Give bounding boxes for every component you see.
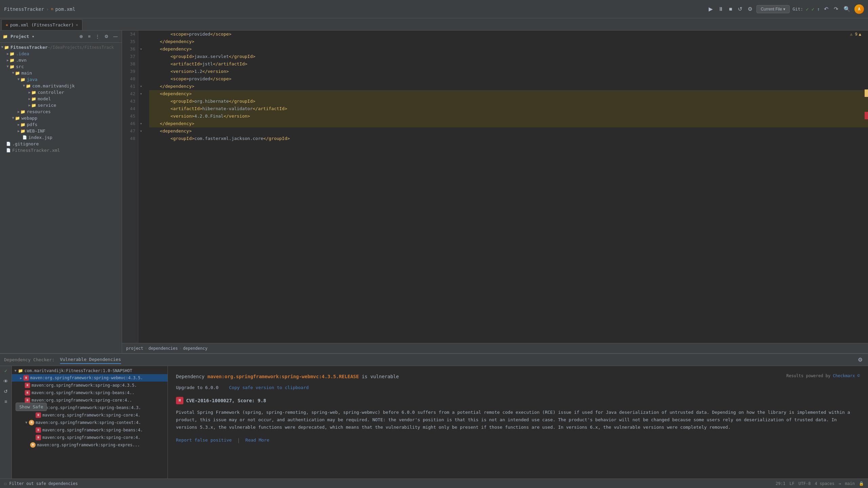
read-more-link[interactable]: Read More [245,437,269,444]
dep-tree-item-5[interactable]: H maven:org.springframework:spring-core:… [12,411,167,419]
line-num-44: 44 [125,105,135,113]
sidebar-scope-icon[interactable]: ⊕ [78,33,84,40]
brand-icon: m [51,7,53,11]
lock-icon: 🔒 [859,481,864,486]
dep-tree-item-8[interactable]: H maven:org.springframework:spring-core:… [12,434,167,441]
tree-item-idea[interactable]: ▶ 📁 .idea [0,50,122,57]
report-false-positive-link[interactable]: Report false positive [176,437,232,444]
reload-icon[interactable]: ↺ [736,4,744,14]
results-link[interactable]: Checkmarx © [833,373,860,378]
tab-close-button[interactable]: ✕ [76,23,78,27]
cve-id: CVE-2016-1000027, Score: 9.8 [186,397,266,404]
tab-xml-icon: ◈ [6,23,8,27]
tree-item-service[interactable]: ▶ 📁 service [0,102,122,108]
avatar[interactable]: A [854,4,864,14]
tree-item-mvn[interactable]: ▶ 📁 .mvn [0,57,122,63]
breadcrumb-dependencies[interactable]: dependencies [149,346,178,351]
tree-item-webapp[interactable]: ▶ 📁 webapp [0,115,122,121]
tree-item-controller[interactable]: ▶ 📁 controller [0,89,122,96]
dep-label-5: maven:org.springframework:spring-core:4. [42,413,140,418]
tab-pom-xml[interactable]: ◈ pom.xml (FitnessTracker) ✕ [1,19,82,30]
stop-icon[interactable]: ■ [728,5,734,14]
code-line-44: <artifactId>hibernate-validator</artifac… [149,105,868,113]
dep-tree-item-2[interactable]: H maven:org.springframework:spring-beans… [12,389,167,396]
git-undo-icon[interactable]: ↶ [823,4,830,14]
dep-tree-item-1[interactable]: H maven:org.springframework:spring-aop:4… [12,382,167,389]
code-line-40: <scope>provided</scope> [149,75,868,83]
dep-tree-root[interactable]: ▶ 📁 com.maritvandijk:FitnessTracker:1.0-… [12,367,167,374]
panel-settings-icon[interactable]: ⚙ [856,355,864,364]
sidebar-collapse-icon[interactable]: ≡ [86,33,92,40]
breadcrumb-project[interactable]: project [126,346,143,351]
model-folder-icon: 📁 [31,97,36,101]
tree-item-resources[interactable]: ▶ 📁 resources [0,108,122,115]
vuln-text-suffix: is vulnerable [362,374,399,379]
breadcrumb-dependency[interactable]: dependency [183,346,208,351]
tree-label-controller: controller [38,90,64,95]
pdfs-folder-icon: 📁 [20,122,25,127]
avatar-initial: A [858,7,860,12]
tree-item-com[interactable]: ▶ 📁 com.maritvandijk [0,83,122,89]
tree-item-root[interactable]: ▶ 📁 FitnessTracker ~/IdeaProjects/Fitnes… [0,44,122,50]
dep-refresh-icon[interactable]: ↺ [1,387,10,396]
vuln-icon-high-3: H [25,398,30,403]
encoding: UTF-8 [798,481,811,486]
sidebar-more-icon[interactable]: ⋮ [94,33,101,40]
show-safe-button[interactable]: 👁 [1,377,10,386]
tree-item-pdfs[interactable]: ▶ 📁 pdfs [0,121,122,128]
tree-arrow-model: ▶ [28,97,31,101]
copy-safe-version-link[interactable]: Copy safe version to clipboard [229,385,309,390]
main-area: 📁 Project ▾ ⊕ ≡ ⋮ ⚙ — ▶ 📁 FitnessTracker… [0,30,868,353]
dep-filter-icon[interactable]: ≡ [1,397,10,406]
tree-item-model[interactable]: ▶ 📁 model [0,96,122,102]
code-lines[interactable]: <scope>provided</scope> </dependency> <d… [144,30,868,343]
tree-label-fitnesstracker-xml: FitnessTracker.xml [12,148,60,153]
tree-arrow-webapp: ▶ [12,117,15,119]
code-line-41: </dependency> [149,83,868,90]
sidebar-settings-icon[interactable]: ⚙ [103,33,110,40]
tab-vulnerable-deps[interactable]: Vulnerable Dependencies [60,355,121,364]
tree-arrow-webinf: ▶ [18,129,20,133]
code-line-46: </dependency> [149,120,868,127]
tree-item-java[interactable]: ▶ 📁 java [0,76,122,83]
dep-label-2: maven:org.springframework:spring-beans:4… [32,390,134,395]
line-num-38: 38 [125,60,135,68]
warning-up-icon[interactable]: ▲ [859,32,861,37]
fitnesstracker-xml-icon: 📄 [6,148,11,152]
bottom-panel-header: Dependency Checker: Vulnerable Dependenc… [0,354,868,366]
sidebar-dropdown[interactable]: ▾ [32,34,35,39]
tree-item-src[interactable]: ▶ 📁 src [0,63,122,70]
java-folder-icon: 📁 [20,77,25,82]
service-folder-icon: 📁 [31,103,36,108]
current-file-button[interactable]: Current File ▾ [756,5,790,13]
filter-checkbox-icon[interactable]: ☐ [4,481,6,486]
git-redo-icon[interactable]: ↷ [832,4,840,14]
idea-folder-icon: 📁 [9,52,15,56]
dep-tree-item-9[interactable]: M maven:org.springframework:spring-expre… [12,441,167,449]
line-num-43: 43 [125,98,135,105]
dep-label-9: maven:org.springframework:spring-expres.… [37,443,140,447]
dep-tree-item-7[interactable]: H maven:org.springframework:spring-beans… [12,426,167,434]
tab-dependency-checker[interactable]: Dependency Checker: [4,356,55,364]
run-icon[interactable]: ▶ [707,4,714,14]
dep-tree-item-0[interactable]: ▶ H maven:org.springframework:spring-web… [12,374,167,382]
tree-item-gitignore[interactable]: 📄 .gitignore [0,141,122,147]
cve-badge: H CVE-2016-1000027, Score: 9.8 [176,397,860,404]
dep-tree-item-6[interactable]: ▶ M maven:org.springframework:spring-con… [12,419,167,426]
tree-item-webinf[interactable]: ▶ 📁 WEB-INF [0,128,122,134]
pause-icon[interactable]: ⏸ [717,5,725,14]
search-icon[interactable]: 🔍 [842,4,852,14]
fold-gutter: ▾ ▾ ▾ ▾ ▾ [138,30,144,343]
line-num-36: 36 [125,45,135,53]
tree-item-main[interactable]: ▶ 📁 main [0,70,122,76]
dep-actions: Report false positive | Read More [176,436,860,444]
tree-item-index-jsp[interactable]: 📄 index.jsp [0,134,122,141]
tree-arrow-com: ▶ [22,85,26,87]
vuln-icon-medium-9: M [30,442,36,448]
settings-run-icon[interactable]: ⚙ [746,4,754,14]
line-num-45: 45 [125,113,135,120]
tree-item-fitnesstracker-xml[interactable]: 📄 FitnessTracker.xml [0,147,122,154]
webinf-folder-icon: 📁 [20,129,25,134]
dep-detail: Dependency maven:org.springframework:spr… [168,366,868,479]
sidebar-minimize-icon[interactable]: — [112,33,119,40]
